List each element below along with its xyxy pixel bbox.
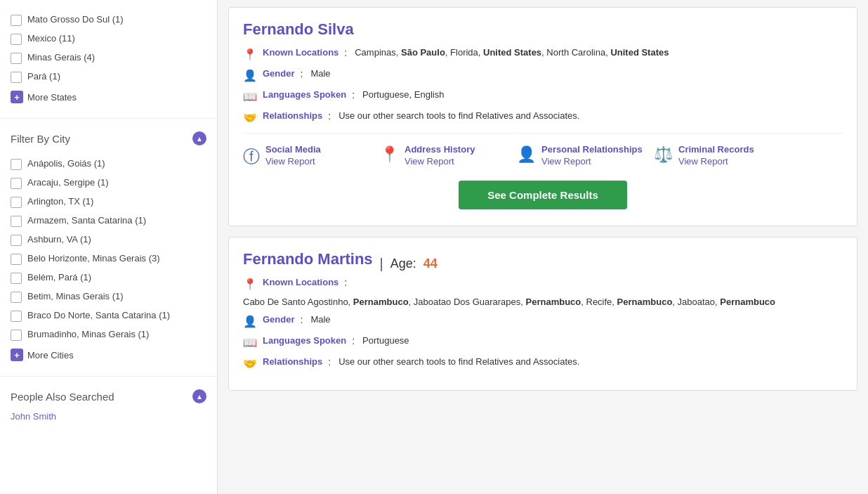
bold-sao-paulo: São Paulo <box>401 47 445 58</box>
list-item: Belém, Pará (1) <box>11 268 206 287</box>
city-label-brumadinho: Brumadinho, Minas Gerais (1) <box>27 329 149 341</box>
colon-1: : <box>344 47 347 58</box>
list-item: Arlington, TX (1) <box>11 193 206 212</box>
list-item: Braco Do Norte, Santa Catarina (1) <box>11 306 206 325</box>
state-checkbox-minas-gerais[interactable] <box>11 53 22 64</box>
list-item: Ashburn, VA (1) <box>11 230 206 249</box>
filter-by-city-section: Filter By City ▲ Anápolis, Goiás (1) Ara… <box>0 119 217 377</box>
city-checkbox-braco-do-norte[interactable] <box>11 311 22 322</box>
bold-pernambuco-3: Pernambuco <box>617 297 673 307</box>
city-checkbox-ashburn[interactable] <box>11 235 22 246</box>
city-checkbox-arlington[interactable] <box>11 197 22 208</box>
list-item: Mexico (11) <box>11 30 206 48</box>
city-checkbox-aracaju[interactable] <box>11 178 22 189</box>
see-complete-results-button[interactable]: See Complete Results <box>459 181 627 209</box>
relationships-value-2: Use our other search tools to find Relat… <box>338 356 579 367</box>
state-checkbox-mato-grosso[interactable] <box>11 15 22 26</box>
location-icon-2: 📍 <box>243 278 257 291</box>
known-locations-label: Known Locations <box>263 47 338 58</box>
result-card-fernando-martins: Fernando Martins | Age: 44 📍 Known Locat… <box>228 237 857 391</box>
filter-by-state-section: Mato Grosso Do Sul (1) Mexico (11) Minas… <box>0 0 217 119</box>
bold-pernambuco-1: Pernambuco <box>353 297 409 307</box>
known-locations-value-1: Campinas, São Paulo, Florida, United Sta… <box>355 47 669 58</box>
report-text-social: Social Media View Report <box>265 144 321 167</box>
relationships-label-1: Relationships <box>263 110 322 121</box>
city-label-aracaju: Aracaju, Sergipe (1) <box>27 177 109 189</box>
view-report-personal-link[interactable]: View Report <box>541 156 643 167</box>
city-label-belem: Belém, Pará (1) <box>27 272 91 284</box>
people-also-searched-header[interactable]: People Also Searched ▲ <box>11 384 206 409</box>
report-text-criminal: Criminal Records View Report <box>678 144 754 167</box>
languages-row-1: 📖 Languages Spoken : Portuguese, English <box>243 89 843 103</box>
city-filter-items: Anápolis, Goiás (1) Aracaju, Sergipe (1)… <box>11 151 206 369</box>
bold-us-2: United States <box>610 47 669 58</box>
relationships-icon: 🤝 <box>243 111 257 124</box>
list-item: Minas Gerais (4) <box>11 48 206 67</box>
view-report-address-link[interactable]: View Report <box>405 156 475 167</box>
city-checkbox-belem[interactable] <box>11 273 22 284</box>
state-checkbox-para[interactable] <box>11 72 22 83</box>
plus-icon: + <box>11 91 23 103</box>
known-locations-value-2: Cabo De Santo Agostinho, Pernambuco, Jab… <box>243 297 775 307</box>
more-cities-button[interactable]: + More Cities <box>11 344 206 365</box>
languages-row-2: 📖 Languages Spoken : Portuguese <box>243 335 843 349</box>
list-item: Belo Horizonte, Minas Gerais (3) <box>11 249 206 268</box>
list-item: Mato Grosso Do Sul (1) <box>11 11 206 30</box>
gender-row-1: 👤 Gender : Male <box>243 68 843 82</box>
city-checkbox-anapolis[interactable] <box>11 159 22 170</box>
report-item-address-history: 📍 Address History View Report <box>380 144 506 168</box>
known-locations-row: 📍 Known Locations : Campinas, São Paulo,… <box>243 47 843 61</box>
city-checkbox-belo-horizonte[interactable] <box>11 254 22 265</box>
gender-row-2: 👤 Gender : Male <box>243 314 843 328</box>
languages-value-2: Portuguese <box>362 335 409 346</box>
book-icon-2: 📖 <box>243 336 257 349</box>
colon-7: : <box>352 335 355 346</box>
known-locations-row-2: 📍 Known Locations : Cabo De Santo Agosti… <box>243 277 843 307</box>
colon-5: : <box>344 277 347 288</box>
bold-us-1: United States <box>483 47 541 58</box>
state-label-para: Pará (1) <box>27 71 60 83</box>
result-name-age-row: Fernando Martins | Age: 44 <box>243 250 843 277</box>
languages-label-1: Languages Spoken <box>263 89 346 100</box>
report-item-personal-relationships: 👤 Personal Relationships View Report <box>517 144 643 168</box>
city-label-braco-do-norte: Braco Do Norte, Santa Catarina (1) <box>27 310 170 322</box>
city-checkbox-betim[interactable] <box>11 292 22 303</box>
report-item-social-media: ⓕ Social Media View Report <box>243 144 369 168</box>
view-report-social-link[interactable]: View Report <box>265 156 321 167</box>
gender-label-2: Gender <box>263 314 295 325</box>
report-title-personal: Personal Relationships <box>541 144 643 156</box>
report-title-criminal: Criminal Records <box>678 144 754 156</box>
city-label-armazem: Armazem, Santa Catarina (1) <box>27 215 146 227</box>
chevron-up-icon: ▲ <box>192 131 206 145</box>
age-separator: | <box>380 256 383 272</box>
city-label-arlington: Arlington, TX (1) <box>27 196 93 208</box>
gender-label-1: Gender <box>263 68 295 79</box>
bold-pernambuco-2: Pernambuco <box>526 297 581 307</box>
more-states-button[interactable]: + More States <box>11 86 206 108</box>
more-cities-label: More Cities <box>27 350 74 360</box>
view-report-criminal-link[interactable]: View Report <box>678 156 754 167</box>
people-also-searched-link-john-smith[interactable]: John Smith <box>11 409 206 424</box>
report-title-social: Social Media <box>265 144 321 156</box>
divider-1 <box>243 133 843 134</box>
city-label-belo-horizonte: Belo Horizonte, Minas Gerais (3) <box>27 253 160 265</box>
people-also-searched-label: People Also Searched <box>11 391 114 403</box>
city-checkbox-armazem[interactable] <box>11 216 22 227</box>
list-item: Betim, Minas Gerais (1) <box>11 287 206 306</box>
state-label-mato-grosso: Mato Grosso Do Sul (1) <box>27 14 124 26</box>
main-content: Fernando Silva 📍 Known Locations : Campi… <box>218 0 868 494</box>
result-card-fernando-silva: Fernando Silva 📍 Known Locations : Campi… <box>228 7 857 226</box>
colon-6: : <box>301 314 303 325</box>
state-checkbox-mexico[interactable] <box>11 34 22 45</box>
city-checkbox-brumadinho[interactable] <box>11 330 22 341</box>
gender-value-1: Male <box>310 68 330 79</box>
age-value: 44 <box>423 256 438 271</box>
state-label-mexico: Mexico (11) <box>27 33 75 45</box>
address-icon: 📍 <box>380 145 399 164</box>
plus-icon: + <box>11 349 23 361</box>
list-item: Aracaju, Sergipe (1) <box>11 174 206 193</box>
gender-icon-2: 👤 <box>243 315 257 328</box>
sidebar: Mato Grosso Do Sul (1) Mexico (11) Minas… <box>0 0 218 494</box>
filter-by-city-header[interactable]: Filter By City ▲ <box>11 126 206 151</box>
gavel-icon: ⚖️ <box>654 145 673 164</box>
